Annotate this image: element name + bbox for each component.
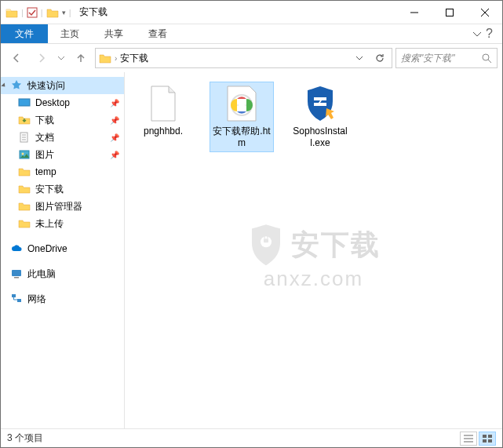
- svg-rect-2: [446, 9, 453, 16]
- ribbon-expand-button[interactable]: ?: [464, 24, 502, 43]
- sidebar-item[interactable]: 下载📌: [1, 111, 124, 129]
- maximize-button[interactable]: [432, 1, 467, 24]
- file-pane[interactable]: pnghhbd.安下载帮助.htmSophosInstall.exe 安下载 a…: [125, 72, 502, 428]
- dropdown-icon[interactable]: ▾: [62, 9, 66, 16]
- htm-icon: [223, 85, 261, 122]
- checkbox-icon[interactable]: [27, 7, 38, 18]
- title-bar: | | ▾ | 安下载: [1, 1, 502, 24]
- explorer-window: | | ▾ | 安下载 文件 主页 共享 查看 ?: [0, 0, 503, 448]
- address-segment[interactable]: 安下载: [120, 52, 148, 65]
- sidebar-quick-access[interactable]: 快速访问: [1, 77, 124, 94]
- address-dropdown-button[interactable]: [351, 55, 368, 61]
- main-area: 快速访问 Desktop📌下载📌文档📌图片📌temp安下载图片管理器未上传 On…: [1, 72, 502, 428]
- nav-back-button[interactable]: [5, 47, 27, 69]
- folder-icon: [18, 166, 31, 178]
- status-count: 3 个项目: [7, 432, 43, 445]
- sidebar-onedrive[interactable]: OneDrive: [1, 240, 124, 257]
- window-title: 安下载: [79, 5, 108, 19]
- cloud-icon: [10, 242, 23, 255]
- sidebar-item[interactable]: 文档📌: [1, 129, 124, 146]
- tab-home[interactable]: 主页: [48, 24, 92, 43]
- pin-icon: 📌: [110, 99, 119, 107]
- sidebar-item[interactable]: 图片📌: [1, 146, 124, 163]
- sidebar-item-label: 下载: [35, 114, 54, 127]
- tab-share[interactable]: 共享: [92, 24, 136, 43]
- sidebar-item-label: 快速访问: [27, 79, 65, 93]
- sidebar-item[interactable]: 未上传: [1, 215, 124, 232]
- watermark: 安下载 anxz.com: [247, 223, 381, 291]
- refresh-button[interactable]: [371, 53, 388, 64]
- sidebar-thispc[interactable]: 此电脑: [1, 265, 124, 282]
- sophos-icon: [301, 85, 339, 122]
- documents-icon: [18, 131, 31, 144]
- svg-point-21: [261, 236, 272, 247]
- address-bar[interactable]: › 安下载: [95, 48, 392, 68]
- downloads-icon: [18, 114, 31, 126]
- folder-icon: [46, 6, 59, 19]
- chevron-right-icon: ›: [115, 54, 117, 63]
- sidebar-item[interactable]: temp: [1, 163, 124, 180]
- file-item[interactable]: SophosInstall.exe: [288, 82, 352, 152]
- svg-point-5: [483, 54, 489, 60]
- desktop-icon: [18, 97, 31, 109]
- sidebar-item-label: 图片管理器: [35, 200, 82, 213]
- sidebar-item[interactable]: 图片管理器: [1, 198, 124, 215]
- svg-rect-15: [12, 270, 21, 276]
- svg-rect-16: [14, 277, 19, 279]
- view-icons-button[interactable]: [479, 432, 496, 446]
- svg-rect-7: [19, 99, 30, 106]
- separator: |: [41, 8, 43, 17]
- sidebar-item-label: Desktop: [35, 97, 70, 108]
- sidebar-item-label: 此电脑: [27, 268, 56, 281]
- search-input[interactable]: 搜索"安下载": [395, 48, 498, 68]
- search-placeholder: 搜索"安下载": [401, 52, 482, 65]
- nav-recent-button[interactable]: [56, 47, 67, 69]
- file-label: SophosInstall.exe: [291, 126, 349, 149]
- svg-point-14: [22, 153, 24, 155]
- file-item[interactable]: 安下载帮助.htm: [210, 82, 274, 152]
- file-item[interactable]: pnghhbd.: [131, 82, 195, 152]
- pc-icon: [10, 268, 23, 280]
- close-button[interactable]: [467, 1, 502, 24]
- separator: |: [69, 8, 71, 17]
- nav-up-button[interactable]: [70, 47, 92, 69]
- search-icon: [482, 53, 492, 64]
- file-label: 安下载帮助.htm: [213, 126, 271, 149]
- network-icon: [10, 293, 23, 305]
- sidebar-item-label: 文档: [35, 131, 54, 144]
- svg-rect-28: [483, 439, 487, 443]
- file-label: pnghhbd.: [144, 126, 183, 137]
- star-icon: [10, 79, 23, 92]
- sidebar-item-label: 未上传: [35, 217, 64, 231]
- sidebar-item[interactable]: 安下载: [1, 180, 124, 198]
- sidebar-item-label: 图片: [35, 148, 54, 162]
- view-details-button[interactable]: [460, 432, 477, 446]
- sidebar-network[interactable]: 网络: [1, 290, 124, 308]
- tab-file[interactable]: 文件: [1, 24, 48, 43]
- svg-rect-29: [488, 439, 492, 443]
- nav-forward-button[interactable]: [31, 47, 53, 69]
- sidebar-item-label: 安下载: [35, 183, 64, 196]
- svg-rect-0: [27, 8, 37, 17]
- tab-view[interactable]: 查看: [136, 24, 180, 43]
- folder-icon: [18, 217, 31, 230]
- folder-icon: [5, 6, 18, 19]
- sidebar-item-label: 网络: [27, 293, 46, 306]
- svg-line-6: [488, 60, 491, 63]
- blank-icon: [144, 85, 182, 122]
- sidebar-item-label: temp: [35, 166, 56, 177]
- folder-icon: [18, 183, 31, 195]
- svg-rect-26: [483, 435, 487, 438]
- svg-point-20: [239, 102, 245, 108]
- svg-rect-22: [264, 239, 268, 242]
- ribbon-tabs: 文件 主页 共享 查看 ?: [1, 24, 502, 44]
- minimize-button[interactable]: [396, 1, 432, 24]
- sidebar-item[interactable]: Desktop📌: [1, 94, 124, 111]
- pin-icon: 📌: [110, 133, 119, 142]
- folder-icon: [18, 200, 31, 213]
- svg-rect-27: [488, 435, 492, 438]
- pin-icon: 📌: [110, 116, 119, 125]
- sidebar: 快速访问 Desktop📌下载📌文档📌图片📌temp安下载图片管理器未上传 On…: [1, 72, 125, 428]
- separator: |: [21, 8, 24, 17]
- pictures-icon: [18, 148, 31, 161]
